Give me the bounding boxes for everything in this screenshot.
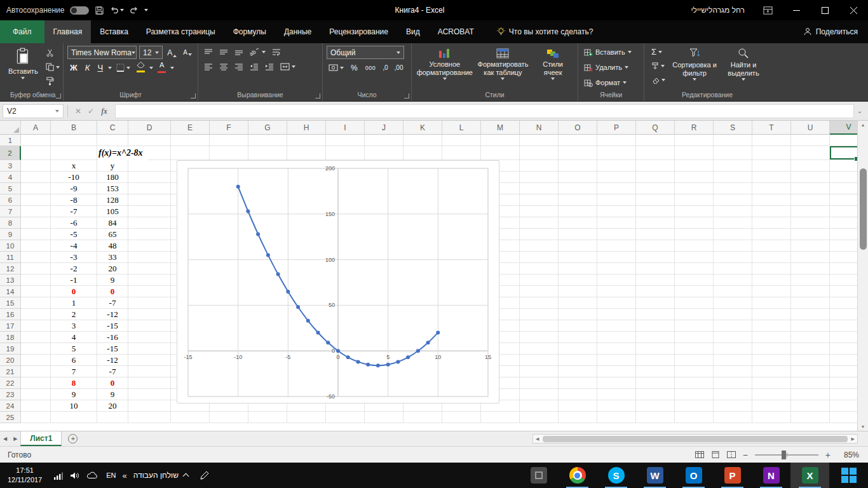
cell-M2[interactable] [481, 146, 520, 160]
cell-R11[interactable] [675, 252, 714, 263]
cell-S14[interactable] [714, 286, 752, 297]
taskbar-chrome-icon[interactable] [558, 463, 597, 488]
cell-N5[interactable] [520, 183, 559, 194]
cell-N8[interactable] [520, 217, 559, 229]
taskbar-powerpoint-icon[interactable]: P [713, 463, 752, 488]
cell-P1[interactable] [597, 135, 636, 146]
cell-P3[interactable] [597, 160, 636, 172]
cell-F2[interactable] [210, 146, 248, 160]
cell-P17[interactable] [597, 320, 636, 332]
sort-filter-button[interactable]: Сортировка и фильтр [668, 46, 721, 82]
undo-dropdown-icon[interactable] [120, 9, 124, 11]
underline-dropdown-icon[interactable] [108, 67, 112, 69]
cell-D5[interactable] [128, 183, 171, 194]
cell-A14[interactable] [21, 286, 51, 297]
cell-O20[interactable] [559, 355, 597, 366]
cell-P23[interactable] [597, 389, 636, 400]
cell-T20[interactable] [752, 355, 791, 366]
cell-P8[interactable] [597, 217, 636, 229]
autosave-toggle[interactable] [70, 6, 89, 15]
cell-U5[interactable] [791, 183, 830, 194]
column-header-Q[interactable]: Q [636, 121, 675, 135]
cell-P12[interactable] [597, 263, 636, 274]
cell-S7[interactable] [714, 206, 752, 217]
row-header-17[interactable]: 17 [0, 320, 21, 332]
cell-P15[interactable] [597, 297, 636, 309]
maximize-button[interactable] [811, 0, 839, 20]
cell-B12[interactable]: -2 [51, 263, 97, 274]
decrease-decimal-button[interactable]: ,00 [393, 64, 405, 71]
number-format-combo[interactable]: Общий [327, 46, 404, 59]
cell-P14[interactable] [597, 286, 636, 297]
taskbar-outlook-icon[interactable]: O [674, 463, 713, 488]
scroll-down-icon[interactable]: ▼ [858, 424, 868, 429]
cell-R21[interactable] [675, 366, 714, 377]
close-button[interactable] [839, 0, 868, 20]
cell-U4[interactable] [791, 172, 830, 183]
cell-A1[interactable] [21, 135, 51, 146]
align-bottom-icon[interactable] [233, 46, 245, 58]
cell-B6[interactable]: -8 [51, 194, 97, 206]
row-header-5[interactable]: 5 [0, 183, 21, 194]
cell-Q25[interactable] [636, 412, 675, 423]
cell-D9[interactable] [128, 229, 171, 240]
tab-page-layout[interactable]: Разметка страницы [137, 20, 224, 43]
cell-O16[interactable] [559, 309, 597, 320]
fill-color-dropdown-icon[interactable] [149, 67, 153, 69]
share-button[interactable]: Поделиться [793, 20, 868, 43]
cell-B1[interactable] [51, 135, 97, 146]
row-header-25[interactable]: 25 [0, 412, 21, 423]
cell-E25[interactable] [171, 412, 210, 423]
grow-font-button[interactable]: А [165, 48, 179, 57]
cell-T3[interactable] [752, 160, 791, 172]
cell-C17[interactable]: -15 [97, 320, 128, 332]
cell-R5[interactable] [675, 183, 714, 194]
cell-A6[interactable] [21, 194, 51, 206]
cell-Q1[interactable] [636, 135, 675, 146]
desktop-toolbar-expand-icon[interactable] [182, 473, 189, 480]
cell-C23[interactable]: 9 [97, 389, 128, 400]
name-box-dropdown-icon[interactable] [55, 110, 59, 112]
cell-U22[interactable] [791, 377, 830, 389]
align-top-icon[interactable] [202, 46, 215, 58]
font-dialog-launcher[interactable] [191, 93, 196, 98]
cell-U14[interactable] [791, 286, 830, 297]
cell-U6[interactable] [791, 194, 830, 206]
row-header-23[interactable]: 23 [0, 389, 21, 400]
row-header-21[interactable]: 21 [0, 366, 21, 377]
column-header-A[interactable]: A [21, 121, 51, 135]
cell-Q3[interactable] [636, 160, 675, 172]
column-header-G[interactable]: G [248, 121, 287, 135]
row-header-24[interactable]: 24 [0, 400, 21, 412]
cell-N3[interactable] [520, 160, 559, 172]
cell-S21[interactable] [714, 366, 752, 377]
cell-T2[interactable] [752, 146, 791, 160]
cell-O22[interactable] [559, 377, 597, 389]
cell-A21[interactable] [21, 366, 51, 377]
cell-R13[interactable] [675, 274, 714, 286]
cell-U8[interactable] [791, 217, 830, 229]
cell-N23[interactable] [520, 389, 559, 400]
cell-A2[interactable] [21, 146, 51, 160]
column-header-B[interactable]: B [51, 121, 97, 135]
column-header-P[interactable]: P [597, 121, 636, 135]
format-painter-button[interactable] [44, 75, 62, 87]
underline-button[interactable]: Ч [95, 63, 105, 72]
bold-button[interactable]: Ж [67, 63, 80, 72]
cell-S3[interactable] [714, 160, 752, 172]
cell-O12[interactable] [559, 263, 597, 274]
cell-R24[interactable] [675, 400, 714, 412]
cell-D6[interactable] [128, 194, 171, 206]
insert-function-button[interactable]: fx [97, 106, 111, 116]
sheet-nav-right-icon[interactable]: ▶ [10, 431, 20, 446]
cell-Q13[interactable] [636, 274, 675, 286]
cell-E1[interactable] [171, 135, 210, 146]
italic-button[interactable]: К [83, 63, 93, 72]
cell-F1[interactable] [210, 135, 248, 146]
horizontal-scroll-thumb[interactable] [543, 436, 847, 442]
taskbar-generic-app-icon[interactable] [519, 463, 558, 488]
cell-C9[interactable]: 65 [97, 229, 128, 240]
cell-B19[interactable]: 5 [51, 343, 97, 355]
tab-acrobat[interactable]: ACROBAT [429, 20, 483, 43]
cell-U11[interactable] [791, 252, 830, 263]
